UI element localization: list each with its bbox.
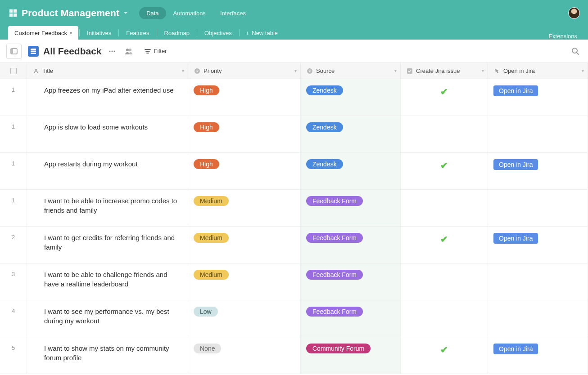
cell-title[interactable]: I want to get credits for referring frie… (27, 227, 188, 263)
cell-open-jira[interactable]: Open in Jira (488, 337, 588, 374)
table-row[interactable]: 2I want to get credits for referring fri… (0, 227, 588, 263)
cell-source[interactable]: Zendesk (301, 153, 401, 189)
workspace-tab-interfaces[interactable]: Interfaces (213, 7, 253, 19)
chevron-down-icon[interactable]: ▾ (294, 68, 297, 73)
avatar[interactable] (568, 7, 580, 19)
open-in-jira-button[interactable]: Open in Jira (493, 159, 538, 170)
top-bar: Product Management Data Automations Inte… (0, 0, 588, 26)
cell-title[interactable]: I want to be able to increase promo code… (27, 190, 188, 226)
column-header-title[interactable]: A Title ▾ (27, 63, 188, 79)
cell-title[interactable]: I want to be able to challenge friends a… (27, 263, 188, 300)
table-tab-customer-feedback[interactable]: Customer Feedback ▾ (8, 26, 78, 40)
workspace-tab-data[interactable]: Data (139, 7, 166, 19)
source-pill: Zendesk (306, 159, 343, 169)
base-name[interactable]: Product Management (22, 8, 119, 18)
grid: A Title ▾ Priority ▾ Source ▾ Create Jir… (0, 63, 588, 374)
extensions-button[interactable]: Extensions (546, 33, 580, 40)
cell-source[interactable]: Feedback Form (301, 227, 401, 263)
cell-source[interactable]: Feedback Form (301, 300, 401, 337)
cell-priority[interactable]: High (188, 153, 301, 189)
column-header-create-jira[interactable]: Create Jira issue ▾ (401, 63, 488, 79)
workspace-tab-automations[interactable]: Automations (166, 7, 213, 19)
table-tab-roadmap[interactable]: Roadmap (158, 26, 196, 40)
filter-button[interactable]: Filter (141, 46, 170, 57)
chevron-down-icon: ▾ (70, 31, 72, 36)
check-icon: ✔ (440, 234, 448, 245)
check-icon: ✔ (440, 86, 448, 97)
cell-title[interactable]: App is slow to load some workouts (27, 116, 188, 152)
search-icon[interactable] (569, 45, 582, 58)
table-row[interactable]: 1I want to be able to increase promo cod… (0, 190, 588, 227)
cell-create-jira[interactable]: ✔ (401, 79, 488, 116)
cell-title[interactable]: App restarts during my workout (27, 153, 188, 189)
cell-title[interactable]: I want to show my stats on my community … (27, 337, 188, 374)
chevron-down-icon[interactable]: ▾ (394, 68, 397, 73)
cell-source[interactable]: Feedback Form (301, 263, 401, 300)
cell-title[interactable]: App freezes on my iPad after extended us… (27, 79, 188, 116)
column-header-open-jira[interactable]: Open in Jira ▾ (488, 63, 588, 79)
cell-open-jira[interactable]: Open in Jira (488, 227, 588, 263)
cell-open-jira[interactable] (488, 300, 588, 337)
table-tab-features[interactable]: Features (120, 26, 155, 40)
view-menu-dots-icon[interactable] (106, 45, 118, 57)
open-in-jira-button[interactable]: Open in Jira (493, 85, 538, 96)
row-number: 4 (0, 300, 27, 337)
collaborators-icon[interactable] (122, 45, 135, 57)
cell-create-jira[interactable] (401, 116, 488, 152)
sidebar-toggle[interactable] (6, 44, 22, 59)
cell-create-jira[interactable] (401, 190, 488, 226)
cell-source[interactable]: Community Forum (301, 337, 401, 374)
cell-open-jira[interactable] (488, 190, 588, 226)
cell-source[interactable]: Zendesk (301, 116, 401, 152)
table-row[interactable]: 1App freezes on my iPad after extended u… (0, 79, 588, 116)
column-header-priority[interactable]: Priority ▾ (188, 63, 301, 79)
table-row[interactable]: 4I want to see my performance vs. my bes… (0, 300, 588, 337)
cell-priority[interactable]: High (188, 79, 301, 116)
cell-open-jira[interactable] (488, 116, 588, 152)
table-row[interactable]: 1App restarts during my workoutHighZende… (0, 153, 588, 190)
new-table-button[interactable]: + New table (240, 30, 283, 36)
cell-open-jira[interactable] (488, 263, 588, 300)
cell-priority[interactable]: None (188, 337, 301, 374)
open-in-jira-button[interactable]: Open in Jira (493, 344, 538, 354)
cell-title[interactable]: I want to see my performance vs. my best… (27, 300, 188, 337)
cell-open-jira[interactable]: Open in Jira (488, 79, 588, 116)
cell-source[interactable]: Feedback Form (301, 190, 401, 226)
svg-point-3 (111, 50, 113, 52)
table-row[interactable]: 3I want to be able to challenge friends … (0, 263, 588, 300)
priority-pill: High (194, 159, 219, 169)
open-in-jira-button[interactable]: Open in Jira (493, 233, 538, 244)
cell-create-jira[interactable]: ✔ (401, 153, 488, 189)
cell-priority[interactable]: Medium (188, 190, 301, 226)
column-header-source[interactable]: Source ▾ (301, 63, 401, 79)
cell-priority[interactable]: Low (188, 300, 301, 337)
table-tab-objectives[interactable]: Objectives (198, 26, 238, 40)
chevron-down-icon[interactable]: ▾ (482, 68, 484, 73)
cell-create-jira[interactable]: ✔ (401, 227, 488, 263)
cell-priority[interactable]: Medium (188, 227, 301, 263)
source-pill: Feedback Form (306, 233, 363, 243)
select-all-checkbox[interactable] (0, 63, 27, 79)
button-field-icon (493, 68, 501, 74)
table-tab-initiatives[interactable]: Initiatives (81, 26, 118, 40)
check-icon: ✔ (440, 160, 448, 171)
cell-open-jira[interactable]: Open in Jira (488, 153, 588, 189)
checkbox-field-icon (406, 68, 413, 74)
grid-view-icon (28, 46, 39, 57)
view-title[interactable]: All Feedback (43, 46, 102, 57)
table-row[interactable]: 5I want to show my stats on my community… (0, 337, 588, 374)
chevron-down-icon[interactable]: ▾ (182, 68, 184, 73)
cell-create-jira[interactable] (401, 300, 488, 337)
base-caret-icon[interactable] (123, 10, 128, 16)
cell-source[interactable]: Zendesk (301, 79, 401, 116)
cell-priority[interactable]: Medium (188, 263, 301, 300)
cell-create-jira[interactable] (401, 263, 488, 300)
table-row[interactable]: 1App is slow to load some workoutsHighZe… (0, 116, 588, 153)
svg-rect-1 (11, 49, 13, 54)
source-pill: Community Forum (306, 344, 371, 353)
chevron-down-icon[interactable]: ▾ (582, 68, 584, 73)
source-pill: Zendesk (306, 122, 343, 132)
cell-create-jira[interactable]: ✔ (401, 337, 488, 374)
priority-pill: High (194, 122, 219, 132)
cell-priority[interactable]: High (188, 116, 301, 152)
